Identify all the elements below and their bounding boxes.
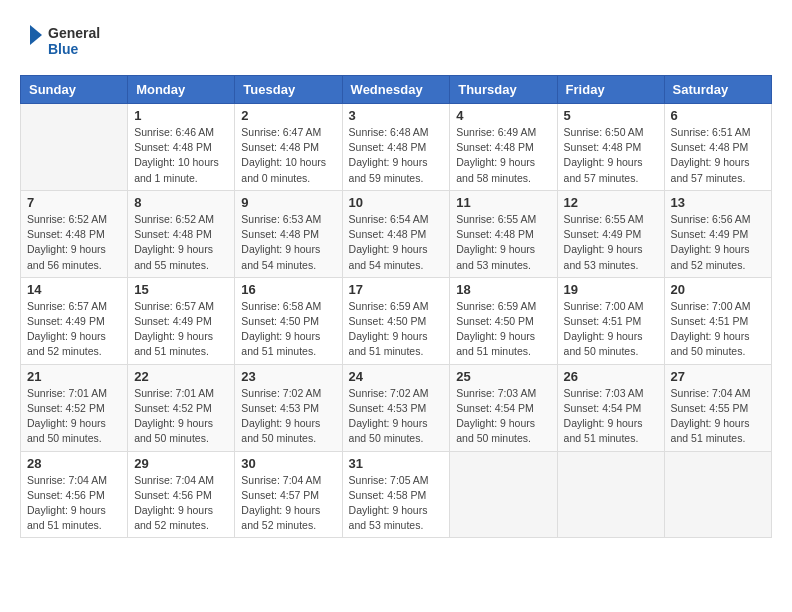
day-number: 20: [671, 282, 765, 297]
day-number: 1: [134, 108, 228, 123]
calendar-day-cell: 2Sunrise: 6:47 AM Sunset: 4:48 PM Daylig…: [235, 104, 342, 191]
day-number: 21: [27, 369, 121, 384]
day-info: Sunrise: 6:57 AM Sunset: 4:49 PM Dayligh…: [27, 299, 121, 360]
calendar-day-cell: 25Sunrise: 7:03 AM Sunset: 4:54 PM Dayli…: [450, 364, 557, 451]
day-info: Sunrise: 6:59 AM Sunset: 4:50 PM Dayligh…: [349, 299, 444, 360]
svg-text:Blue: Blue: [48, 41, 79, 57]
day-info: Sunrise: 7:02 AM Sunset: 4:53 PM Dayligh…: [349, 386, 444, 447]
day-number: 31: [349, 456, 444, 471]
day-number: 25: [456, 369, 550, 384]
day-number: 23: [241, 369, 335, 384]
day-info: Sunrise: 7:04 AM Sunset: 4:56 PM Dayligh…: [27, 473, 121, 534]
calendar-day-cell: 29Sunrise: 7:04 AM Sunset: 4:56 PM Dayli…: [128, 451, 235, 538]
calendar-day-cell: 20Sunrise: 7:00 AM Sunset: 4:51 PM Dayli…: [664, 277, 771, 364]
day-info: Sunrise: 7:00 AM Sunset: 4:51 PM Dayligh…: [671, 299, 765, 360]
day-number: 6: [671, 108, 765, 123]
day-number: 5: [564, 108, 658, 123]
calendar-day-cell: 23Sunrise: 7:02 AM Sunset: 4:53 PM Dayli…: [235, 364, 342, 451]
calendar-day-cell: 27Sunrise: 7:04 AM Sunset: 4:55 PM Dayli…: [664, 364, 771, 451]
logo-svg: General Blue: [20, 20, 110, 65]
calendar-day-cell: 17Sunrise: 6:59 AM Sunset: 4:50 PM Dayli…: [342, 277, 450, 364]
calendar-day-cell: 3Sunrise: 6:48 AM Sunset: 4:48 PM Daylig…: [342, 104, 450, 191]
svg-marker-2: [30, 25, 42, 45]
day-info: Sunrise: 7:04 AM Sunset: 4:57 PM Dayligh…: [241, 473, 335, 534]
day-number: 18: [456, 282, 550, 297]
day-info: Sunrise: 7:04 AM Sunset: 4:55 PM Dayligh…: [671, 386, 765, 447]
day-info: Sunrise: 6:48 AM Sunset: 4:48 PM Dayligh…: [349, 125, 444, 186]
calendar-day-cell: 31Sunrise: 7:05 AM Sunset: 4:58 PM Dayli…: [342, 451, 450, 538]
calendar-day-cell: 16Sunrise: 6:58 AM Sunset: 4:50 PM Dayli…: [235, 277, 342, 364]
day-info: Sunrise: 7:01 AM Sunset: 4:52 PM Dayligh…: [27, 386, 121, 447]
calendar-day-cell: [21, 104, 128, 191]
calendar-day-cell: 12Sunrise: 6:55 AM Sunset: 4:49 PM Dayli…: [557, 190, 664, 277]
calendar-day-cell: 15Sunrise: 6:57 AM Sunset: 4:49 PM Dayli…: [128, 277, 235, 364]
weekday-header: Friday: [557, 76, 664, 104]
day-info: Sunrise: 6:56 AM Sunset: 4:49 PM Dayligh…: [671, 212, 765, 273]
weekday-header: Thursday: [450, 76, 557, 104]
calendar-day-cell: 21Sunrise: 7:01 AM Sunset: 4:52 PM Dayli…: [21, 364, 128, 451]
day-number: 10: [349, 195, 444, 210]
weekday-header: Monday: [128, 76, 235, 104]
day-info: Sunrise: 7:03 AM Sunset: 4:54 PM Dayligh…: [564, 386, 658, 447]
weekday-header: Tuesday: [235, 76, 342, 104]
day-info: Sunrise: 6:47 AM Sunset: 4:48 PM Dayligh…: [241, 125, 335, 186]
calendar-day-cell: [664, 451, 771, 538]
day-number: 8: [134, 195, 228, 210]
day-number: 19: [564, 282, 658, 297]
calendar-header-row: SundayMondayTuesdayWednesdayThursdayFrid…: [21, 76, 772, 104]
calendar-week-row: 28Sunrise: 7:04 AM Sunset: 4:56 PM Dayli…: [21, 451, 772, 538]
calendar-day-cell: [450, 451, 557, 538]
calendar-day-cell: 13Sunrise: 6:56 AM Sunset: 4:49 PM Dayli…: [664, 190, 771, 277]
day-number: 29: [134, 456, 228, 471]
day-info: Sunrise: 6:51 AM Sunset: 4:48 PM Dayligh…: [671, 125, 765, 186]
day-number: 3: [349, 108, 444, 123]
calendar-day-cell: 28Sunrise: 7:04 AM Sunset: 4:56 PM Dayli…: [21, 451, 128, 538]
day-number: 7: [27, 195, 121, 210]
weekday-header: Wednesday: [342, 76, 450, 104]
day-number: 17: [349, 282, 444, 297]
day-info: Sunrise: 6:52 AM Sunset: 4:48 PM Dayligh…: [134, 212, 228, 273]
svg-text:General: General: [48, 25, 100, 41]
day-info: Sunrise: 6:55 AM Sunset: 4:48 PM Dayligh…: [456, 212, 550, 273]
day-number: 2: [241, 108, 335, 123]
calendar-day-cell: 14Sunrise: 6:57 AM Sunset: 4:49 PM Dayli…: [21, 277, 128, 364]
calendar-week-row: 7Sunrise: 6:52 AM Sunset: 4:48 PM Daylig…: [21, 190, 772, 277]
calendar-week-row: 21Sunrise: 7:01 AM Sunset: 4:52 PM Dayli…: [21, 364, 772, 451]
calendar-day-cell: 4Sunrise: 6:49 AM Sunset: 4:48 PM Daylig…: [450, 104, 557, 191]
day-number: 14: [27, 282, 121, 297]
calendar-day-cell: [557, 451, 664, 538]
day-number: 16: [241, 282, 335, 297]
calendar-day-cell: 7Sunrise: 6:52 AM Sunset: 4:48 PM Daylig…: [21, 190, 128, 277]
day-number: 28: [27, 456, 121, 471]
weekday-header: Saturday: [664, 76, 771, 104]
day-info: Sunrise: 7:05 AM Sunset: 4:58 PM Dayligh…: [349, 473, 444, 534]
calendar-day-cell: 6Sunrise: 6:51 AM Sunset: 4:48 PM Daylig…: [664, 104, 771, 191]
day-info: Sunrise: 6:57 AM Sunset: 4:49 PM Dayligh…: [134, 299, 228, 360]
calendar-day-cell: 5Sunrise: 6:50 AM Sunset: 4:48 PM Daylig…: [557, 104, 664, 191]
day-info: Sunrise: 6:49 AM Sunset: 4:48 PM Dayligh…: [456, 125, 550, 186]
day-number: 9: [241, 195, 335, 210]
day-info: Sunrise: 7:00 AM Sunset: 4:51 PM Dayligh…: [564, 299, 658, 360]
day-number: 27: [671, 369, 765, 384]
day-info: Sunrise: 6:55 AM Sunset: 4:49 PM Dayligh…: [564, 212, 658, 273]
day-info: Sunrise: 6:46 AM Sunset: 4:48 PM Dayligh…: [134, 125, 228, 186]
calendar-table: SundayMondayTuesdayWednesdayThursdayFrid…: [20, 75, 772, 538]
weekday-header: Sunday: [21, 76, 128, 104]
calendar-day-cell: 26Sunrise: 7:03 AM Sunset: 4:54 PM Dayli…: [557, 364, 664, 451]
day-info: Sunrise: 6:53 AM Sunset: 4:48 PM Dayligh…: [241, 212, 335, 273]
calendar-day-cell: 18Sunrise: 6:59 AM Sunset: 4:50 PM Dayli…: [450, 277, 557, 364]
day-info: Sunrise: 7:03 AM Sunset: 4:54 PM Dayligh…: [456, 386, 550, 447]
calendar-day-cell: 9Sunrise: 6:53 AM Sunset: 4:48 PM Daylig…: [235, 190, 342, 277]
day-info: Sunrise: 7:04 AM Sunset: 4:56 PM Dayligh…: [134, 473, 228, 534]
day-number: 26: [564, 369, 658, 384]
page-header: General Blue: [20, 20, 772, 65]
calendar-day-cell: 10Sunrise: 6:54 AM Sunset: 4:48 PM Dayli…: [342, 190, 450, 277]
day-number: 4: [456, 108, 550, 123]
day-info: Sunrise: 6:52 AM Sunset: 4:48 PM Dayligh…: [27, 212, 121, 273]
day-number: 12: [564, 195, 658, 210]
day-number: 22: [134, 369, 228, 384]
calendar-day-cell: 8Sunrise: 6:52 AM Sunset: 4:48 PM Daylig…: [128, 190, 235, 277]
day-number: 13: [671, 195, 765, 210]
calendar-day-cell: 22Sunrise: 7:01 AM Sunset: 4:52 PM Dayli…: [128, 364, 235, 451]
calendar-day-cell: 19Sunrise: 7:00 AM Sunset: 4:51 PM Dayli…: [557, 277, 664, 364]
